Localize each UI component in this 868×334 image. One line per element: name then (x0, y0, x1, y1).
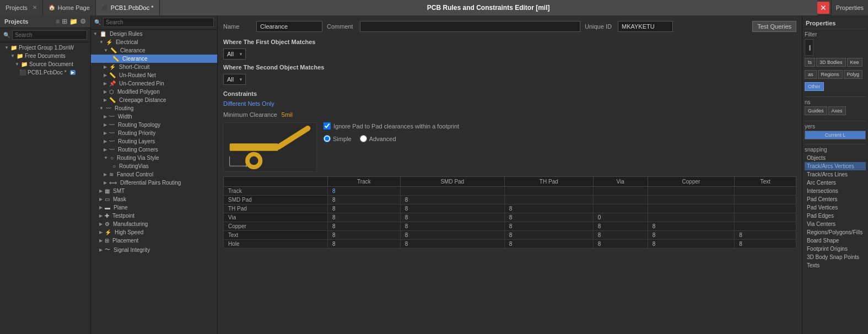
rules-width[interactable]: ▶ 〰 Width (91, 112, 217, 121)
snap-item-intersections[interactable]: Intersections (805, 187, 866, 195)
filter-toggle[interactable]: ▐ (805, 39, 813, 56)
snap-btn-other[interactable]: Other (805, 82, 824, 91)
rules-electrical[interactable]: ▼ ⚡ Electrical (91, 38, 217, 46)
tab-projects[interactable]: Projects ✕ (0, 0, 43, 15)
snap-item-pad-vertices[interactable]: Pad Vertices (805, 203, 866, 212)
radio-advanced[interactable]: Advanced (360, 135, 396, 142)
rules-testpoint[interactable]: ▶ ✚ Testpoint (91, 212, 217, 220)
rules-routing-corners[interactable]: ▶ 〰 Routing Corners (91, 146, 217, 154)
rules-search-input[interactable] (103, 18, 214, 27)
row-label-hole: Hole (224, 240, 328, 249)
snap-btn-kee[interactable]: Kee (847, 58, 862, 67)
snap-btn-as[interactable]: as (805, 70, 817, 79)
rules-routing-priority[interactable]: ▶ 〰 Routing Priority (91, 129, 217, 137)
rules-smt[interactable]: ▶ ▦ SMT (91, 187, 217, 195)
rules-routing-via-style[interactable]: ▼ ○ Routing Via Style (91, 154, 217, 162)
rules-routing-topology[interactable]: ▶ 〰 Routing Topology (91, 121, 217, 129)
snap-item-pad-centers[interactable]: Pad Centers (805, 195, 866, 203)
panel-icon-2[interactable]: ⊞ (62, 18, 67, 25)
rules-root[interactable]: ▼ 📋 Design Rules (91, 30, 217, 38)
rules-routing-layers[interactable]: ▶ 〰 Routing Layers (91, 137, 217, 146)
snap-item-objects[interactable]: Objects (805, 154, 866, 162)
rules-fanout-control[interactable]: ▶ ≋ Fanout Control (91, 170, 217, 179)
second-match-select[interactable]: All (223, 74, 246, 85)
divider-3 (805, 144, 866, 144)
tab-projects-close[interactable]: ✕ (33, 4, 37, 10)
rules-clearance-item[interactable]: 📏 Clearance (91, 55, 217, 63)
snap-item-3d-body-snap[interactable]: 3D Body Snap Points (805, 253, 866, 261)
snap-item-regions-polygons[interactable]: Regions/Polygons/Fills (805, 228, 866, 236)
tree-pcb1[interactable]: ⬛ PCB1.PcbDoc * ▶ (0, 68, 90, 77)
snap-item-footprint-origins[interactable]: Footprint Origins (805, 245, 866, 253)
placement-icon: ⊞ (105, 238, 109, 244)
rules-routing-group[interactable]: ▼ 〰 Routing (91, 104, 217, 112)
tree-free-docs[interactable]: ▼ 📁 Free Documents (0, 52, 90, 60)
placement-label: Placement (112, 238, 138, 244)
radio-row: Simple Advanced (324, 135, 459, 142)
left-search-input[interactable] (12, 30, 87, 40)
snap-item-board-shape[interactable]: Board Shape (805, 236, 866, 245)
table-row-via: Via 8 8 8 0 (224, 213, 796, 222)
col-header-via: Via (593, 177, 648, 187)
svg-line-1 (278, 128, 308, 147)
layer-btn-current[interactable]: Current L (805, 131, 866, 139)
tree-source-doc[interactable]: ▼ 📁 Source Document (0, 60, 90, 68)
cell-copper-copper: 8 (648, 222, 735, 231)
snap-btn-3d-bodies[interactable]: 3D Bodies (816, 58, 846, 67)
modified-polygon-label: Modified Polygon (117, 89, 160, 95)
panel-icon-4[interactable]: ⚙ (80, 18, 86, 25)
cell-via-copper (648, 213, 735, 222)
tree-project-group[interactable]: ▼ 📁 Project Group 1.DsnW (0, 44, 90, 52)
rules-short-circuit[interactable]: ▶ ⚡ Short-Circuit (91, 63, 217, 71)
test-queries-button[interactable]: Test Queries (752, 21, 796, 32)
rules-high-speed[interactable]: ▶ ⚡ High Speed (91, 228, 217, 236)
cell-copper-via: 8 (593, 222, 648, 231)
comment-input[interactable] (360, 21, 580, 32)
radio-simple[interactable]: Simple (324, 135, 352, 142)
unconnected-pin-label: Un-Connected Pin (119, 80, 164, 87)
snap-btn-ts[interactable]: ts (805, 58, 815, 67)
snap-btn-regions[interactable]: Regions (818, 70, 843, 79)
radio-advanced-input[interactable] (360, 135, 367, 142)
snap-item-track-arcs-lines[interactable]: Track/Arcs Lines (805, 170, 866, 179)
rules-plane[interactable]: ▶ ▬ Plane (91, 203, 217, 212)
snap-btn-guides[interactable]: Guides (805, 106, 827, 115)
constraints-table: Track SMD Pad TH Pad Via Copper Text Tra… (223, 176, 796, 249)
properties-panel-title: Properties (831, 0, 868, 15)
panel-icon-1[interactable]: ≡ (56, 18, 60, 25)
snap-item-arc-centers[interactable]: Arc Centers (805, 179, 866, 187)
rules-placement[interactable]: ▶ ⊞ Placement (91, 236, 217, 245)
tab-home[interactable]: 🏠 Home Page (43, 0, 96, 15)
rules-diff-pairs[interactable]: ▶ ⟺ Differential Pairs Routing (91, 179, 217, 187)
rules-modified-polygon[interactable]: ▶ ⬡ Modified Polygon (91, 88, 217, 96)
first-match-select[interactable]: All (223, 49, 246, 60)
rules-creepage-dist[interactable]: ▶ 📏 Creepage Distance (91, 96, 217, 104)
radio-simple-input[interactable] (324, 135, 331, 142)
snap-btn-polyg[interactable]: Polyg (844, 70, 863, 79)
rules-clearance-group[interactable]: ▼ 📏 Clearance (91, 46, 217, 55)
snap-item-track-arcs-vertices[interactable]: Track/Arcs Vertices (805, 162, 866, 170)
clearance-group-icon: 📏 (110, 47, 117, 53)
snap-btn-axes[interactable]: Axes (828, 106, 846, 115)
snap-item-via-centers[interactable]: Via Centers (805, 220, 866, 228)
rules-manufacturing[interactable]: ▶ ⚙ Manufacturing (91, 220, 217, 228)
diff-nets-only-link[interactable]: Different Nets Only (223, 100, 274, 107)
tab-pcb[interactable]: ⬛ PCB1.PcbDoc * (96, 0, 160, 15)
name-input[interactable] (256, 21, 322, 32)
rules-routing-vias[interactable]: ○ RoutingVias (91, 162, 217, 170)
snap-item-pad-edges[interactable]: Pad Edges (805, 212, 866, 220)
creepage-arrow: ▶ (104, 98, 107, 103)
rules-unconnected-pin[interactable]: ▶ 📌 Un-Connected Pin (91, 79, 217, 88)
rules-panel: 🔍 ▼ 📋 Design Rules ▼ ⚡ Electrical ▼ 📏 (91, 15, 218, 334)
panel-icon-3[interactable]: 📁 (69, 18, 78, 25)
dialog-close-button[interactable]: ✕ (817, 2, 829, 14)
routing-vias-label: RoutingVias (119, 163, 149, 169)
cell-track-track[interactable]: 8 (328, 187, 401, 196)
uid-input[interactable] (618, 21, 673, 32)
clearance-controls: Ignore Pad to Pad clearances within a fo… (324, 122, 459, 148)
rules-signal-integrity[interactable]: ▶ 〜 Signal Integrity (91, 245, 217, 255)
rules-unrouted-net[interactable]: ▶ 📏 Un-Routed Net (91, 71, 217, 79)
rules-mask[interactable]: ▶ ▭ Mask (91, 195, 217, 203)
snap-item-texts[interactable]: Texts (805, 261, 866, 270)
ignore-pad-checkbox[interactable] (324, 122, 331, 130)
